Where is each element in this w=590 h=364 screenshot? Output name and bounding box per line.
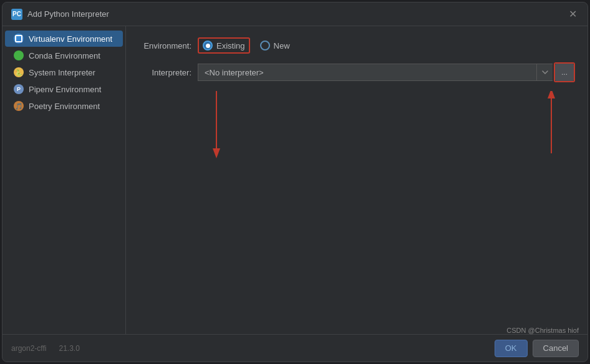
add-interpreter-dialog: PC Add Python Interpreter ✕ Virtualenv E… — [2, 2, 588, 362]
interpreter-label: Interpreter: — [138, 68, 191, 77]
poetry-icon: 🎵 — [14, 101, 24, 111]
footer-version: 21.3.0 — [59, 344, 79, 353]
dialog-footer: argon2-cffi 21.3.0 OK Cancel — [2, 334, 588, 362]
annotations — [138, 91, 575, 323]
radio-existing-inner — [206, 44, 210, 48]
dialog-title: Add Python Interpreter — [27, 9, 109, 19]
radio-new-label: New — [274, 41, 290, 50]
sidebar-item-conda[interactable]: Conda Environment — [5, 47, 123, 64]
chevron-down-icon — [542, 70, 548, 74]
interpreter-row: Interpreter: <No interpreter> ... — [138, 62, 575, 82]
sidebar-item-label: Conda Environment — [29, 51, 100, 60]
virtualenv-icon — [14, 34, 24, 44]
sidebar-item-label: Virtualenv Environment — [29, 34, 112, 44]
close-button[interactable]: ✕ — [566, 8, 579, 21]
titlebar-left: PC Add Python Interpreter — [11, 9, 109, 20]
radio-group: Existing New — [198, 37, 290, 54]
radio-new-option[interactable]: New — [260, 41, 290, 50]
titlebar: PC Add Python Interpreter ✕ — [2, 2, 588, 26]
radio-new-outer — [260, 41, 270, 50]
sidebar-item-system[interactable]: 🐍 System Interpreter — [5, 64, 123, 80]
footer-info: argon2-cffi 21.3.0 — [11, 344, 80, 353]
radio-existing-highlighted[interactable]: Existing — [198, 37, 250, 54]
radio-existing-label: Existing — [216, 41, 245, 50]
sidebar: Virtualenv Environment Conda Environment… — [2, 26, 126, 334]
ok-button[interactable]: OK — [495, 340, 528, 357]
main-content: Environment: Existing New — [126, 26, 588, 334]
sidebar-item-label: Poetry Environment — [29, 102, 100, 111]
environment-label: Environment: — [138, 41, 191, 50]
interpreter-dropdown[interactable]: <No interpreter> — [198, 64, 536, 81]
conda-icon — [14, 50, 24, 60]
sidebar-item-poetry[interactable]: 🎵 Poetry Environment — [5, 98, 123, 114]
sidebar-item-pipenv[interactable]: P Pipenv Environment — [5, 81, 123, 97]
radio-existing-outer — [203, 41, 213, 50]
cancel-button[interactable]: Cancel — [533, 340, 579, 357]
arrow-browse — [533, 91, 570, 166]
pipenv-icon: P — [14, 84, 24, 94]
browse-button[interactable]: ... — [555, 64, 574, 81]
browse-btn-highlight: ... — [554, 62, 575, 82]
interpreter-value: <No interpreter> — [205, 68, 264, 77]
system-icon: 🐍 — [14, 67, 24, 77]
sidebar-item-label: Pipenv Environment — [29, 85, 101, 94]
app-icon: PC — [11, 9, 22, 20]
environment-row: Environment: Existing New — [138, 37, 575, 54]
footer-buttons: OK Cancel — [495, 340, 579, 357]
sidebar-item-label: System Interpreter — [29, 68, 95, 77]
dialog-body: Virtualenv Environment Conda Environment… — [2, 26, 588, 334]
dropdown-chevron[interactable] — [536, 64, 553, 81]
footer-package: argon2-cffi — [11, 344, 46, 353]
arrow-existing — [198, 91, 235, 166]
interpreter-selector: <No interpreter> ... — [198, 62, 575, 82]
sidebar-item-virtualenv[interactable]: Virtualenv Environment — [5, 31, 123, 47]
